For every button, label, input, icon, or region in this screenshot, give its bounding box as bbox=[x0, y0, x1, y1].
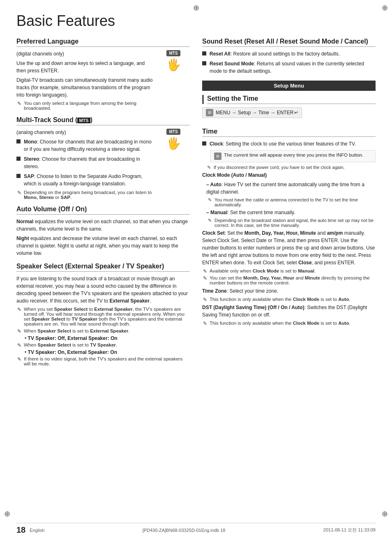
clock-item: Clock: Setting the clock to use the vari… bbox=[202, 140, 376, 148]
setting-time-section: Setting the Time ⊞ MENU → Setup → Time →… bbox=[202, 95, 376, 122]
auto-volume-title: Auto Volume (Off / On) bbox=[16, 206, 190, 215]
page-title: Basic Features bbox=[16, 12, 376, 30]
speaker-select-title: Speaker Select (External Speaker / TV Sp… bbox=[16, 263, 190, 272]
dst-text: DST (Daylight Saving Time) (Off / On / A… bbox=[202, 304, 376, 319]
reset-all-item: Reset All: Restore all sound settings to… bbox=[202, 50, 376, 58]
footer-file-info: [PD430-ZA]BN68-03325D-01Eng.indb 18 bbox=[143, 528, 226, 533]
speaker-select-body1: If you are listening to the sound track … bbox=[16, 275, 190, 305]
speaker-dot1: TV Speaker: Off, External Speaker: On bbox=[25, 335, 190, 341]
mts-badge-preferred: MTS bbox=[166, 50, 180, 56]
hand-icon-mts: 🖐 bbox=[166, 136, 181, 150]
enter-icon: ↵ bbox=[294, 110, 298, 116]
mts-image-mts: MTS 🖐 bbox=[157, 129, 190, 150]
main-content: Preferred Language (digital channels onl… bbox=[16, 38, 376, 372]
mts-image-preferred: MTS 🖐 bbox=[157, 50, 190, 72]
sound-reset-section: Sound Reset (Reset All / Reset Sound Mod… bbox=[202, 38, 376, 75]
speaker-note3: When Speaker Select is set to TV Speaker… bbox=[24, 342, 190, 347]
clock-set-note2: You can set the Month, Day, Year, Hour a… bbox=[210, 275, 376, 285]
footer-language: English bbox=[30, 528, 44, 533]
manual-item: Manual: Set the current time manually. bbox=[206, 209, 376, 216]
mts-badge-mts: MTS bbox=[166, 129, 180, 135]
speaker-note1: When you set Speaker Select to External … bbox=[24, 307, 190, 326]
clock-set-note1: Available only when Clock Mode is set to… bbox=[210, 268, 376, 273]
mts-mono-item: Mono: Choose for channels that are broad… bbox=[16, 138, 155, 153]
mts-stereo-text: Stereo: Choose for channels that are bro… bbox=[24, 155, 155, 170]
crosshair-bottom-left: ⊕ bbox=[4, 509, 10, 518]
info-icon: ⊞ bbox=[214, 153, 221, 160]
preferred-language-section: Preferred Language (digital channels onl… bbox=[16, 38, 190, 111]
time-section: Time Clock: Setting the clock to use the… bbox=[202, 128, 376, 326]
speaker-select-section: Speaker Select (External Speaker / TV Sp… bbox=[16, 263, 190, 366]
auto-volume-body1: Normal equalizes the volume level on eac… bbox=[16, 218, 190, 233]
bullet-square-sap bbox=[16, 174, 21, 178]
footer-date-info: 2011-08-11 오전 11:33:09 bbox=[323, 527, 376, 533]
left-column: Preferred Language (digital channels onl… bbox=[16, 38, 190, 372]
reset-all-text: Reset All: Restore all sound settings to… bbox=[210, 50, 376, 58]
bullet-square-reset-mode bbox=[202, 61, 206, 65]
mts-sap-item: SAP: Choose to listen to the Separate Au… bbox=[16, 173, 155, 187]
time-title: Time bbox=[202, 128, 376, 137]
preferred-language-body2: Digital-TV broadcasts can simultaneously… bbox=[16, 76, 155, 99]
mts-note: Depending on the program being broadcast… bbox=[24, 190, 155, 200]
time-zone-text: Time Zone: Select your time zone. bbox=[202, 287, 376, 295]
bullet-square-reset-all bbox=[202, 51, 206, 55]
setting-time-title: Setting the Time bbox=[207, 95, 376, 104]
dst-note: This function is only available when the… bbox=[210, 321, 376, 326]
clock-text: Clock: Setting the clock to use the vari… bbox=[210, 140, 376, 148]
reset-sound-mode-item: Reset Sound Mode: Returns all sound valu… bbox=[202, 60, 376, 75]
sound-reset-title: Sound Reset (Reset All / Reset Sound Mod… bbox=[202, 38, 376, 47]
preferred-language-note: You can only select a language from amon… bbox=[24, 101, 155, 111]
mts-mono-text: Mono: Choose for channels that are broad… bbox=[24, 138, 155, 153]
page: ⊕ ⊕ ⊕ ⊕ Basic Features Preferred Languag… bbox=[0, 0, 392, 543]
reset-sound-mode-text: Reset Sound Mode: Returns all sound valu… bbox=[210, 60, 376, 75]
info-box: ⊞ The current time will appear every tim… bbox=[210, 150, 376, 162]
hand-icon-preferred: 🖐 bbox=[166, 58, 181, 72]
bullet-square-mono bbox=[16, 139, 21, 143]
auto-note: You must have the cable or antenna conne… bbox=[214, 197, 376, 207]
mts-badge-inline: MTS bbox=[77, 118, 90, 123]
crosshair-top-right: ⊕ bbox=[382, 3, 388, 12]
time-zone-note: This function is only available when the… bbox=[210, 297, 376, 302]
speaker-note2: When Speaker Select is set to External S… bbox=[24, 328, 190, 333]
preferred-language-body1: Use the up and down arrow keys to select… bbox=[16, 60, 155, 74]
auto-volume-section: Auto Volume (Off / On) Normal equalizes … bbox=[16, 206, 190, 257]
page-number: 18 bbox=[16, 525, 25, 535]
mts-subtitle: (analog channels only) bbox=[16, 129, 155, 136]
bullet-square-stereo bbox=[16, 157, 21, 161]
auto-volume-body2: Night equalizes and decrease the volume … bbox=[16, 235, 190, 257]
multi-track-sound-title: Multi-Track Sound (MTS) bbox=[16, 116, 190, 125]
speaker-note4: If there is no video signal, both the TV… bbox=[24, 356, 190, 366]
setup-menu-bar: Setup Menu bbox=[202, 81, 376, 91]
auto-item: Auto: Have TV set the current time autom… bbox=[206, 181, 376, 196]
multi-track-sound-section: Multi-Track Sound (MTS) (analog channels… bbox=[16, 116, 190, 200]
info-box-text: The current time will appear every time … bbox=[224, 153, 363, 157]
crosshair-bottom-right: ⊕ bbox=[382, 509, 388, 518]
menu-path: ⊞ MENU → Setup → Time → ENTER ↵ bbox=[202, 107, 302, 118]
mts-sap-text: SAP: Choose to listen to the Separate Au… bbox=[24, 173, 155, 187]
clock-note1: If you disconnect the power cord, you ha… bbox=[214, 165, 376, 170]
setting-time-block: Setting the Time bbox=[202, 95, 376, 104]
speaker-dot2: TV Speaker: On, External Speaker: On bbox=[25, 349, 190, 355]
menu-path-text: MENU → Setup → Time → ENTER bbox=[216, 110, 293, 116]
clock-mode-title: Clock Mode (Auto / Manual) bbox=[202, 171, 376, 179]
clock-set-text: Clock Set: Set the Month, Day, Year, Hou… bbox=[202, 229, 376, 266]
bullet-square-clock bbox=[202, 141, 206, 146]
mts-stereo-item: Stereo: Choose for channels that are bro… bbox=[16, 155, 155, 170]
menu-icon: ⊞ bbox=[206, 109, 213, 116]
preferred-language-subtitle: (digital channels only) bbox=[16, 50, 155, 58]
crosshair-top-center: ⊕ bbox=[193, 3, 199, 12]
right-column: Sound Reset (Reset All / Reset Sound Mod… bbox=[202, 38, 376, 372]
preferred-language-title: Preferred Language bbox=[16, 38, 190, 47]
manual-note: Depending on the broadcast station and s… bbox=[214, 218, 376, 228]
footer: 18 English [PD430-ZA]BN68-03325D-01Eng.i… bbox=[16, 523, 376, 535]
